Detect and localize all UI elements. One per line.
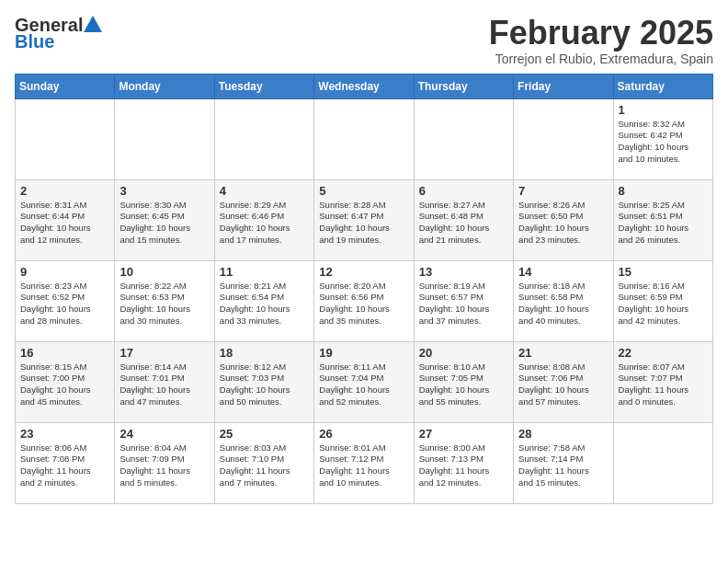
day-number: 11 (220, 265, 309, 279)
calendar-cell: 13Sunrise: 8:19 AM Sunset: 6:57 PM Dayli… (414, 260, 513, 341)
title-section: February 2025 Torrejon el Rubio, Extrema… (489, 15, 713, 66)
calendar-header-saturday: Saturday (613, 74, 712, 98)
day-number: 18 (220, 346, 309, 360)
calendar-week-row: 1Sunrise: 8:32 AM Sunset: 6:42 PM Daylig… (16, 98, 713, 179)
calendar-cell: 14Sunrise: 8:18 AM Sunset: 6:58 PM Dayli… (514, 260, 613, 341)
day-number: 26 (319, 427, 408, 441)
day-number: 16 (20, 346, 109, 360)
day-number: 23 (20, 427, 109, 441)
day-info: Sunrise: 8:30 AM Sunset: 6:45 PM Dayligh… (119, 200, 209, 247)
logo-triangle-icon (84, 16, 102, 32)
day-info: Sunrise: 7:58 AM Sunset: 7:14 PM Dayligh… (518, 442, 608, 489)
day-info: Sunrise: 8:31 AM Sunset: 6:44 PM Dayligh… (20, 200, 109, 247)
day-number: 22 (619, 346, 708, 360)
day-number: 6 (419, 184, 508, 198)
calendar-cell: 12Sunrise: 8:20 AM Sunset: 6:56 PM Dayli… (314, 260, 414, 341)
day-info: Sunrise: 8:22 AM Sunset: 6:53 PM Dayligh… (119, 281, 209, 327)
calendar-cell: 18Sunrise: 8:12 AM Sunset: 7:03 PM Dayli… (214, 341, 313, 422)
calendar-cell: 23Sunrise: 8:06 AM Sunset: 7:08 PM Dayli… (16, 422, 115, 503)
calendar-cell (613, 422, 712, 503)
calendar-header-tuesday: Tuesday (214, 74, 313, 98)
calendar-header-wednesday: Wednesday (314, 74, 414, 98)
calendar-cell: 9Sunrise: 8:23 AM Sunset: 6:52 PM Daylig… (16, 260, 115, 341)
calendar-cell: 19Sunrise: 8:11 AM Sunset: 7:04 PM Dayli… (314, 341, 414, 422)
day-number: 28 (518, 427, 608, 441)
calendar-cell: 10Sunrise: 8:22 AM Sunset: 6:53 PM Dayli… (115, 260, 214, 341)
day-number: 5 (319, 184, 408, 198)
day-info: Sunrise: 8:27 AM Sunset: 6:48 PM Dayligh… (419, 200, 508, 247)
day-number: 14 (518, 265, 608, 279)
calendar-header-row: SundayMondayTuesdayWednesdayThursdayFrid… (16, 74, 713, 98)
day-number: 27 (419, 427, 508, 441)
day-info: Sunrise: 8:25 AM Sunset: 6:51 PM Dayligh… (619, 200, 708, 247)
day-info: Sunrise: 8:08 AM Sunset: 7:06 PM Dayligh… (518, 362, 608, 408)
calendar-cell: 15Sunrise: 8:16 AM Sunset: 6:59 PM Dayli… (613, 260, 712, 341)
day-number: 7 (518, 184, 608, 198)
calendar-cell: 4Sunrise: 8:29 AM Sunset: 6:46 PM Daylig… (214, 179, 313, 260)
day-number: 20 (419, 346, 508, 360)
day-info: Sunrise: 8:00 AM Sunset: 7:13 PM Dayligh… (419, 442, 508, 489)
day-number: 2 (20, 184, 109, 198)
calendar-week-row: 9Sunrise: 8:23 AM Sunset: 6:52 PM Daylig… (16, 260, 713, 341)
day-number: 13 (419, 265, 508, 279)
day-info: Sunrise: 8:19 AM Sunset: 6:57 PM Dayligh… (419, 281, 508, 327)
calendar-week-row: 23Sunrise: 8:06 AM Sunset: 7:08 PM Dayli… (16, 422, 713, 503)
calendar-cell: 6Sunrise: 8:27 AM Sunset: 6:48 PM Daylig… (414, 179, 513, 260)
calendar-cell: 21Sunrise: 8:08 AM Sunset: 7:06 PM Dayli… (514, 341, 613, 422)
calendar-cell: 11Sunrise: 8:21 AM Sunset: 6:54 PM Dayli… (214, 260, 313, 341)
calendar-cell: 1Sunrise: 8:32 AM Sunset: 6:42 PM Daylig… (613, 98, 712, 179)
day-info: Sunrise: 8:07 AM Sunset: 7:07 PM Dayligh… (619, 362, 708, 408)
calendar-cell (214, 98, 313, 179)
calendar-cell (314, 98, 414, 179)
calendar-header-sunday: Sunday (16, 74, 115, 98)
svg-marker-0 (84, 16, 102, 32)
calendar-cell: 20Sunrise: 8:10 AM Sunset: 7:05 PM Dayli… (414, 341, 513, 422)
day-number: 10 (119, 265, 209, 279)
calendar-cell: 2Sunrise: 8:31 AM Sunset: 6:44 PM Daylig… (16, 179, 115, 260)
calendar-cell: 25Sunrise: 8:03 AM Sunset: 7:10 PM Dayli… (214, 422, 313, 503)
day-info: Sunrise: 8:14 AM Sunset: 7:01 PM Dayligh… (119, 362, 209, 408)
day-number: 9 (20, 265, 109, 279)
day-info: Sunrise: 8:04 AM Sunset: 7:09 PM Dayligh… (119, 442, 209, 489)
day-number: 4 (220, 184, 309, 198)
calendar-cell (115, 98, 214, 179)
day-info: Sunrise: 8:01 AM Sunset: 7:12 PM Dayligh… (319, 442, 408, 489)
calendar-cell: 17Sunrise: 8:14 AM Sunset: 7:01 PM Dayli… (115, 341, 214, 422)
location-subtitle: Torrejon el Rubio, Extremadura, Spain (489, 52, 713, 66)
day-info: Sunrise: 8:23 AM Sunset: 6:52 PM Dayligh… (20, 281, 109, 327)
day-number: 24 (119, 427, 209, 441)
day-number: 21 (518, 346, 608, 360)
calendar-cell: 26Sunrise: 8:01 AM Sunset: 7:12 PM Dayli… (314, 422, 414, 503)
day-info: Sunrise: 8:15 AM Sunset: 7:00 PM Dayligh… (20, 362, 109, 408)
day-number: 1 (619, 103, 708, 117)
calendar-header-monday: Monday (115, 74, 214, 98)
calendar-header-friday: Friday (514, 74, 613, 98)
calendar-week-row: 16Sunrise: 8:15 AM Sunset: 7:00 PM Dayli… (16, 341, 713, 422)
day-info: Sunrise: 8:20 AM Sunset: 6:56 PM Dayligh… (319, 281, 408, 327)
logo: General Blue (15, 15, 102, 52)
day-info: Sunrise: 8:11 AM Sunset: 7:04 PM Dayligh… (319, 362, 408, 408)
day-info: Sunrise: 8:28 AM Sunset: 6:47 PM Dayligh… (319, 200, 408, 247)
calendar-cell (414, 98, 513, 179)
day-number: 19 (319, 346, 408, 360)
calendar-cell: 5Sunrise: 8:28 AM Sunset: 6:47 PM Daylig… (314, 179, 414, 260)
calendar-cell: 28Sunrise: 7:58 AM Sunset: 7:14 PM Dayli… (514, 422, 613, 503)
day-number: 8 (619, 184, 708, 198)
calendar-cell (16, 98, 115, 179)
day-info: Sunrise: 8:21 AM Sunset: 6:54 PM Dayligh… (220, 281, 309, 327)
calendar-table: SundayMondayTuesdayWednesdayThursdayFrid… (15, 74, 713, 504)
calendar-cell: 24Sunrise: 8:04 AM Sunset: 7:09 PM Dayli… (115, 422, 214, 503)
calendar-cell (514, 98, 613, 179)
day-number: 3 (119, 184, 209, 198)
day-number: 17 (119, 346, 209, 360)
logo-blue-text: Blue (15, 31, 54, 52)
calendar-cell: 22Sunrise: 8:07 AM Sunset: 7:07 PM Dayli… (613, 341, 712, 422)
calendar-header-thursday: Thursday (414, 74, 513, 98)
day-number: 12 (319, 265, 408, 279)
day-info: Sunrise: 8:10 AM Sunset: 7:05 PM Dayligh… (419, 362, 508, 408)
month-title: February 2025 (489, 15, 713, 52)
calendar-cell: 3Sunrise: 8:30 AM Sunset: 6:45 PM Daylig… (115, 179, 214, 260)
day-number: 25 (220, 427, 309, 441)
calendar-cell: 27Sunrise: 8:00 AM Sunset: 7:13 PM Dayli… (414, 422, 513, 503)
day-info: Sunrise: 8:18 AM Sunset: 6:58 PM Dayligh… (518, 281, 608, 327)
